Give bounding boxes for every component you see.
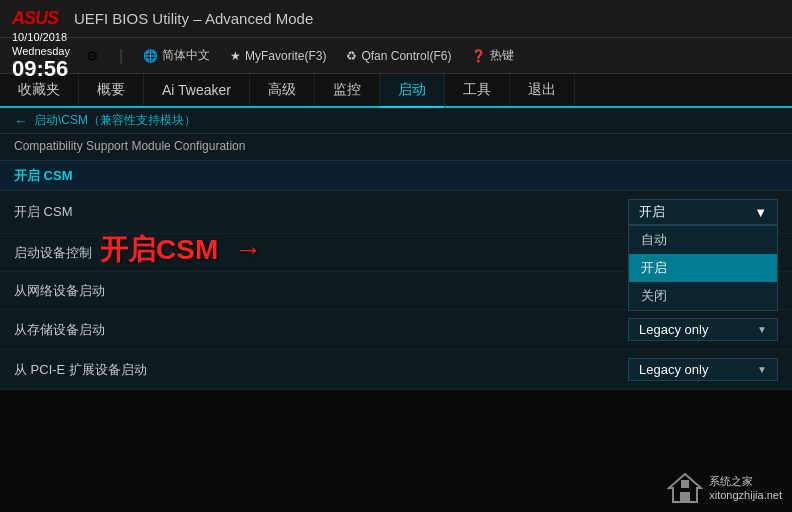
storage-dropdown-arrow: ▼ <box>757 324 767 335</box>
breadcrumb: ← 启动\CSM（兼容性支持模块） <box>0 108 792 134</box>
asus-logo: ASUS <box>12 8 58 29</box>
subtitle-bar: Compatibility Support Module Configurati… <box>0 134 792 161</box>
boot-from-storage-value[interactable]: Legacy only ▼ <box>628 318 778 341</box>
tab-boot[interactable]: 启动 <box>380 74 445 108</box>
main-content: 开启 CSM 开启 ▼ 自动 开启 关闭 启动设备控制 从网络设备启动 从存储设… <box>0 191 792 390</box>
subtitle-text: Compatibility Support Module Configurati… <box>14 139 245 153</box>
watermark: 系统之家 xitongzhijia.net <box>667 470 782 506</box>
tab-ai-tweaker[interactable]: Ai Tweaker <box>144 74 250 106</box>
breadcrumb-text: 启动\CSM（兼容性支持模块） <box>34 112 196 129</box>
boot-from-pcie-label: 从 PCI-E 扩展设备启动 <box>14 361 628 379</box>
tab-advanced[interactable]: 高级 <box>250 74 315 106</box>
section-header-text: 开启 CSM <box>14 168 73 183</box>
csm-enable-row: 开启 CSM 开启 ▼ 自动 开启 关闭 <box>0 191 792 234</box>
info-bar: 10/10/2018 Wednesday 09:56 ⚙ | 🌐 简体中文 ★ … <box>0 38 792 74</box>
section-header: 开启 CSM <box>0 161 792 191</box>
csm-option-enable[interactable]: 开启 <box>629 254 777 282</box>
tab-exit[interactable]: 退出 <box>510 74 575 106</box>
tab-tools[interactable]: 工具 <box>445 74 510 106</box>
pcie-dropdown-arrow: ▼ <box>757 364 767 375</box>
info-bar-items: 🌐 简体中文 ★ MyFavorite(F3) ♻ Qfan Control(F… <box>143 47 780 64</box>
tab-favorites[interactable]: 收藏夹 <box>0 74 79 106</box>
csm-option-disable[interactable]: 关闭 <box>629 282 777 310</box>
csm-dropdown-popup: 自动 开启 关闭 <box>628 225 778 311</box>
qfan-label: Qfan Control(F6) <box>361 49 451 63</box>
back-arrow[interactable]: ← <box>14 113 28 129</box>
csm-enable-label: 开启 CSM <box>14 203 628 221</box>
boot-from-storage-row: 从存储设备启动 Legacy only ▼ <box>0 310 792 350</box>
separator: | <box>119 47 123 65</box>
favorite-item[interactable]: ★ MyFavorite(F3) <box>230 49 326 63</box>
top-bar: ASUS UEFI BIOS Utility – Advanced Mode <box>0 0 792 38</box>
language-icon: 🌐 <box>143 49 158 63</box>
hotkey-label: 热键 <box>490 47 514 64</box>
csm-dropdown-arrow: ▼ <box>754 205 767 220</box>
qfan-item[interactable]: ♻ Qfan Control(F6) <box>346 49 451 63</box>
gear-icon[interactable]: ⚙ <box>86 48 99 64</box>
hotkey-icon: ❓ <box>471 49 486 63</box>
csm-dropdown-container: 开启 ▼ 自动 开启 关闭 <box>628 199 778 225</box>
boot-from-storage-label: 从存储设备启动 <box>14 321 628 339</box>
csm-option-auto[interactable]: 自动 <box>629 226 777 254</box>
tab-monitor[interactable]: 监控 <box>315 74 380 106</box>
csm-main-value[interactable]: 开启 ▼ <box>628 199 778 225</box>
watermark-text: 系统之家 xitongzhijia.net <box>709 474 782 503</box>
qfan-icon: ♻ <box>346 49 357 63</box>
hotkey-item[interactable]: ❓ 热键 <box>471 47 514 64</box>
datetime: 10/10/2018 Wednesday 09:56 <box>12 31 70 79</box>
svg-rect-2 <box>681 480 689 488</box>
bios-title: UEFI BIOS Utility – Advanced Mode <box>74 10 780 27</box>
language-label: 简体中文 <box>162 47 210 64</box>
nav-bar: 收藏夹 概要 Ai Tweaker 高级 监控 启动 工具 退出 <box>0 74 792 108</box>
date-label: 10/10/2018 <box>12 31 70 44</box>
tab-overview[interactable]: 概要 <box>79 74 144 106</box>
favorite-label: MyFavorite(F3) <box>245 49 326 63</box>
watermark-icon <box>667 470 703 506</box>
boot-from-pcie-row: 从 PCI-E 扩展设备启动 Legacy only ▼ <box>0 350 792 390</box>
language-item[interactable]: 🌐 简体中文 <box>143 47 210 64</box>
favorite-icon: ★ <box>230 49 241 63</box>
boot-from-pcie-value[interactable]: Legacy only ▼ <box>628 358 778 381</box>
svg-rect-1 <box>680 492 690 502</box>
